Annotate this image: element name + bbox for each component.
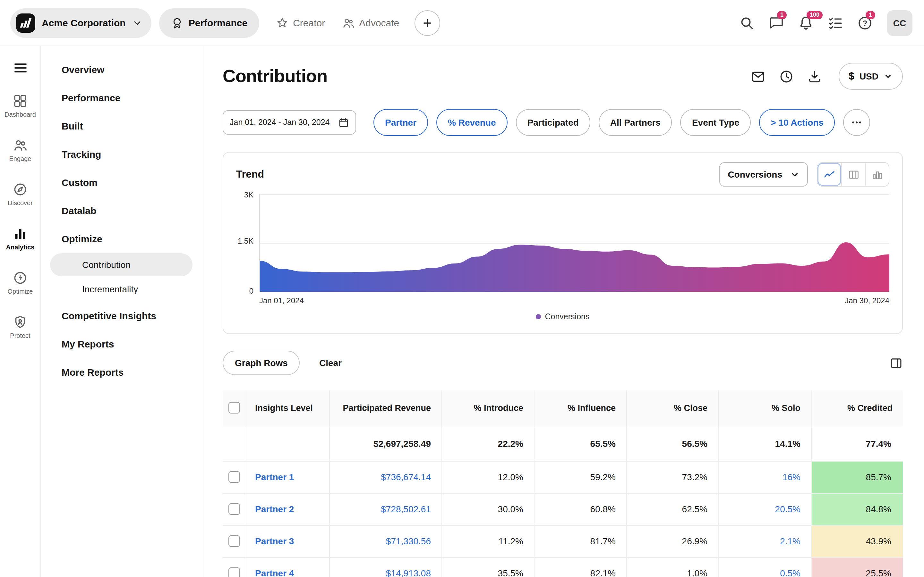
- menu-item-contribution[interactable]: Contribution: [50, 253, 192, 276]
- row-checkbox[interactable]: [228, 471, 240, 483]
- user-avatar[interactable]: CC: [887, 10, 913, 35]
- column-settings-button[interactable]: [889, 356, 903, 370]
- discover-icon: [13, 182, 27, 197]
- company-switcher[interactable]: Acme Corporation: [10, 8, 152, 37]
- tab-advocate[interactable]: Advocate: [342, 16, 399, 29]
- creator-icon: [276, 16, 288, 29]
- topbar: Acme Corporation Performance Creator Adv…: [0, 0, 924, 46]
- partner-link[interactable]: Partner 3: [255, 536, 294, 546]
- introduce-value: 11.2%: [441, 525, 534, 557]
- date-range-value: Jan 01, 2024 - Jan 30, 2024: [230, 118, 334, 127]
- rail-item-engage[interactable]: Engage: [9, 138, 31, 163]
- menu-item-my-reports[interactable]: My Reports: [41, 330, 203, 358]
- rail-item-discover[interactable]: Discover: [8, 182, 33, 207]
- download-button[interactable]: [807, 69, 822, 84]
- filter-event-type[interactable]: Event Type: [680, 109, 751, 136]
- tab-performance[interactable]: Performance: [159, 8, 259, 37]
- contribution-table: Insights Level Participated Revenue % In…: [223, 390, 903, 577]
- rail-label: Engage: [9, 155, 31, 163]
- download-icon: [807, 69, 822, 84]
- row-checkbox[interactable]: [228, 535, 240, 547]
- menu-item-optimize[interactable]: Optimize: [41, 224, 203, 253]
- menu-item-datalab[interactable]: Datalab: [41, 196, 203, 224]
- menu-item-performance[interactable]: Performance: [41, 83, 203, 111]
- col-introduce: % Introduce: [441, 390, 534, 426]
- chart-type-line-button[interactable]: [817, 163, 841, 186]
- partner-link[interactable]: Partner 1: [255, 472, 294, 482]
- search-button[interactable]: [739, 15, 754, 31]
- company-name: Acme Corporation: [42, 17, 126, 28]
- table-icon: [847, 168, 859, 181]
- solo-link[interactable]: 2.1%: [780, 536, 800, 546]
- chart-type-table-button[interactable]: [841, 163, 865, 186]
- chat-button[interactable]: 1: [769, 15, 784, 31]
- rail-item-dashboard[interactable]: Dashboard: [5, 93, 36, 119]
- solo-link[interactable]: 0.5%: [780, 568, 800, 577]
- filter-participated[interactable]: Participated: [515, 109, 590, 136]
- revenue-link[interactable]: $728,502.61: [381, 504, 431, 514]
- x-axis-labels: Jan 01, 2024 Jan 30, 2024: [259, 296, 889, 305]
- select-all-checkbox[interactable]: [228, 402, 240, 414]
- dashboard-icon: [13, 93, 27, 108]
- email-button[interactable]: [750, 69, 765, 84]
- tab-performance-label: Performance: [189, 17, 247, 28]
- currency-selector[interactable]: $ USD: [838, 63, 903, 90]
- help-badge: 1: [866, 11, 875, 19]
- revenue-link[interactable]: $71,330.56: [386, 536, 431, 546]
- menu-item-more-reports[interactable]: More Reports: [41, 358, 203, 386]
- menu-item-custom[interactable]: Custom: [41, 168, 203, 196]
- clock-icon: [779, 69, 793, 84]
- dollar-icon: $: [849, 71, 855, 82]
- metric-dropdown[interactable]: Conversions: [719, 162, 808, 187]
- influence-value: 81.7%: [534, 525, 626, 557]
- introduce-value: 12.0%: [441, 461, 534, 493]
- menu-item-tracking[interactable]: Tracking: [41, 140, 203, 168]
- table-controls: Graph Rows Clear: [223, 351, 903, 375]
- filter-all-partners[interactable]: All Partners: [599, 109, 672, 136]
- menu-item-competitive-insights[interactable]: Competitive Insights: [41, 301, 203, 330]
- plus-icon: [422, 17, 433, 29]
- menu-item-built[interactable]: Built: [41, 111, 203, 140]
- clear-button[interactable]: Clear: [319, 358, 342, 368]
- help-button[interactable]: ? 1: [857, 15, 873, 31]
- chart-type-bar-button[interactable]: [865, 163, 889, 186]
- credited-value: 43.9%: [811, 525, 903, 557]
- row-checkbox[interactable]: [228, 503, 240, 515]
- menu-toggle-button[interactable]: [13, 60, 28, 76]
- notifications-button[interactable]: 100: [798, 15, 814, 31]
- solo-link[interactable]: 16%: [782, 472, 800, 482]
- graph-rows-button[interactable]: Graph Rows: [223, 351, 300, 375]
- rail-item-protect[interactable]: Protect: [10, 315, 30, 340]
- date-range-picker[interactable]: Jan 01, 2024 - Jan 30, 2024: [223, 110, 356, 135]
- partner-link[interactable]: Partner 4: [255, 568, 294, 577]
- add-workspace-button[interactable]: [415, 10, 440, 35]
- menu-item-overview[interactable]: Overview: [41, 55, 203, 83]
- tab-creator-label: Creator: [293, 17, 325, 28]
- sidebar-rail: Dashboard Engage Discover Analytics Opti…: [0, 46, 41, 577]
- more-filters-button[interactable]: [843, 109, 871, 136]
- engage-icon: [13, 138, 27, 153]
- row-checkbox[interactable]: [228, 567, 240, 577]
- rail-item-optimize[interactable]: Optimize: [8, 271, 33, 295]
- summary-introduce: 22.2%: [441, 426, 534, 461]
- rail-item-analytics[interactable]: Analytics: [6, 226, 35, 251]
- revenue-link[interactable]: $14,913.08: [386, 568, 431, 577]
- rail-label: Dashboard: [5, 111, 36, 119]
- partner-link[interactable]: Partner 2: [255, 504, 294, 514]
- trend-title: Trend: [236, 169, 264, 180]
- close-value: 62.5%: [626, 493, 718, 525]
- filter-actions[interactable]: > 10 Actions: [759, 109, 835, 136]
- credited-value: 25.5%: [811, 557, 903, 577]
- filter-revenue[interactable]: % Revenue: [436, 109, 507, 136]
- table-row: Partner 2 $728,502.61 30.0% 60.8% 62.5% …: [223, 493, 903, 525]
- filter-partner[interactable]: Partner: [373, 109, 428, 136]
- close-value: 73.2%: [626, 461, 718, 493]
- chevron-down-icon: [884, 72, 893, 81]
- menu-item-incrementality[interactable]: Incrementality: [41, 277, 203, 301]
- tab-creator[interactable]: Creator: [276, 16, 325, 29]
- x-label-end: Jan 30, 2024: [845, 296, 889, 305]
- tasks-button[interactable]: [828, 15, 843, 31]
- solo-link[interactable]: 20.5%: [775, 504, 800, 514]
- revenue-link[interactable]: $736,674.14: [381, 472, 431, 482]
- schedule-button[interactable]: [779, 69, 793, 84]
